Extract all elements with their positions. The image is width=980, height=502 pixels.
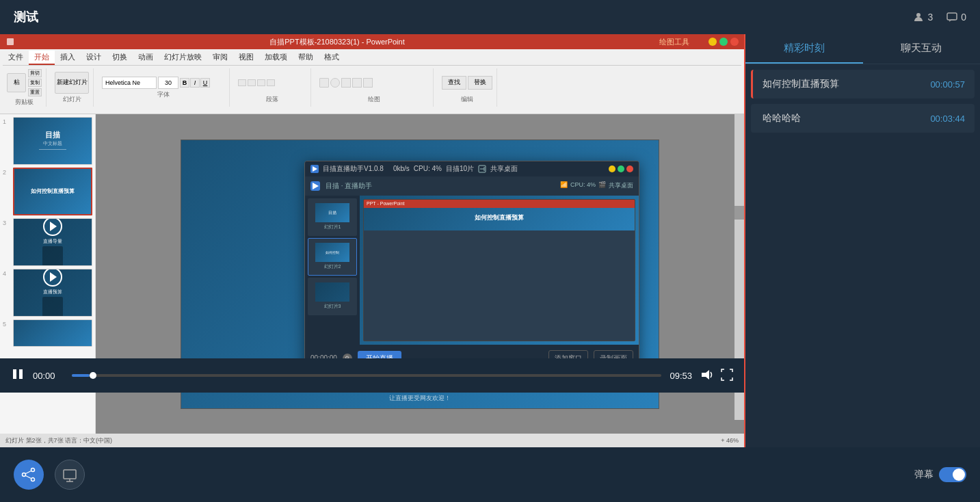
font-size-input[interactable]: 30 — [158, 77, 178, 89]
ribbon-group-slides: 新建幻灯片 幻灯片 — [51, 68, 94, 107]
bw-minimize-btn[interactable] — [609, 166, 615, 172]
paste-btn[interactable]: 粘 — [7, 73, 26, 92]
bw-maximize-btn[interactable] — [618, 166, 624, 172]
find-btn[interactable]: 查找 — [442, 76, 466, 90]
ribbon-group-clipboard: 粘 剪切 复制 重置 剪贴板 — [3, 68, 47, 107]
bw-toolbar-cpu: CPU: 4% — [570, 181, 596, 190]
player-progress-dot[interactable] — [90, 372, 96, 379]
bold-btn[interactable]: B — [180, 78, 189, 88]
ppt-window-controls — [708, 38, 739, 46]
player-progress-bar[interactable] — [72, 374, 661, 377]
bw-sidebar-slide-3[interactable]: 幻灯片3 — [308, 278, 357, 315]
play-pause-btn[interactable] — [11, 367, 25, 384]
bw-cpu: CPU: 4% — [414, 165, 442, 172]
new-slide-btn[interactable]: 新建幻灯片 — [55, 72, 89, 94]
tab-view[interactable]: 视图 — [233, 51, 259, 65]
slide-thumb-1[interactable]: 1 目描 中文标题 — [3, 117, 92, 165]
align-left-btn[interactable] — [238, 79, 246, 86]
ppt-status-bar: 幻灯片 第2张，共7张 语言：中文(中国) + 46% — [0, 434, 744, 447]
maximize-btn[interactable] — [719, 38, 728, 46]
triangle-shape[interactable] — [341, 78, 351, 88]
scroll-handle[interactable] — [734, 206, 744, 220]
close-btn[interactable] — [730, 38, 739, 46]
ribbon-group-editing: 查找 替换 编辑 — [438, 68, 497, 107]
minimize-btn[interactable] — [708, 38, 717, 46]
tab-chat[interactable]: 聊天互动 — [863, 34, 981, 64]
bw-sidebar-slide-1[interactable]: 目描 幻灯片1 — [308, 198, 357, 236]
replace-btn[interactable]: 替换 — [468, 76, 492, 90]
bw-app-name: 目描 · 直播助手 — [326, 181, 372, 191]
right-panel-tabs: 精彩时刻 聊天互动 — [745, 34, 980, 64]
player-volume-icon[interactable] — [700, 369, 713, 383]
ppt-area: 自描PPT模板-21080323(1) - PowerPoint 绘图工具 文件… — [0, 34, 744, 447]
format-painter-btn[interactable]: 重置 — [28, 88, 42, 96]
player-bar: 00:00 09:53 — [0, 358, 744, 393]
bw-toolbar: 目描 · 直播助手 📶 CPU: 4% 🎬 共享桌面 — [305, 176, 639, 196]
ribbon-tools: 粘 剪切 复制 重置 剪贴板 新建幻灯片 幻灯片 — [3, 67, 741, 108]
tab-file[interactable]: 文件 — [3, 51, 29, 65]
slide-thumb-4[interactable]: 4 直播预算 — [3, 269, 92, 317]
italic-btn[interactable]: I — [190, 78, 200, 88]
bw-app-logo-icon — [310, 181, 320, 191]
rect-shape[interactable] — [319, 78, 329, 88]
line-shape[interactable] — [363, 78, 373, 88]
bw-close-btn[interactable] — [626, 166, 633, 172]
messages-stat: 0 — [946, 12, 966, 23]
underline-btn[interactable]: U — [200, 78, 210, 88]
align-center-btn[interactable] — [248, 79, 256, 86]
ppt-ribbon: 文件 开始 插入 设计 切换 动画 幻灯片放映 审阅 视图 加载项 帮助 格式 — [0, 49, 744, 114]
svg-rect-1 — [947, 13, 957, 20]
copy-btn[interactable]: 复制 — [28, 79, 42, 87]
bw-toolbar-timelabel: 🎬 — [598, 181, 606, 190]
bw-share-label: 共享桌面 — [490, 164, 518, 174]
tab-format[interactable]: 格式 — [319, 51, 345, 65]
slides-btn[interactable] — [55, 460, 85, 490]
svg-point-0 — [916, 13, 921, 17]
ribbon-group-paragraph: 段落 — [234, 68, 311, 107]
bottom-bar: 弹幕 — [0, 447, 980, 502]
highlight-text-2: 哈哈哈哈 — [763, 112, 801, 124]
barrage-toggle-switch[interactable] — [939, 467, 966, 482]
broadcast-assistant-window[interactable]: 目描直播助手V1.0.8 0kb/s CPU: 4% 目描10片 — [304, 161, 639, 373]
tab-addins[interactable]: 加载项 — [259, 51, 293, 65]
tab-transitions[interactable]: 切换 — [107, 51, 133, 65]
barrage-label: 弹幕 — [914, 468, 933, 481]
oval-shape[interactable] — [330, 78, 340, 88]
cut-btn[interactable]: 剪切 — [28, 69, 42, 77]
player-progress-fill — [72, 374, 90, 377]
tab-slideshow[interactable]: 幻灯片放映 — [159, 51, 207, 65]
main-content: 自描PPT模板-21080323(1) - PowerPoint 绘图工具 文件… — [0, 34, 980, 447]
bw-signal: 0kb/s — [393, 165, 410, 172]
slide-thumb-2[interactable]: 2 如何控制直播预算 — [3, 168, 92, 215]
arrow-shape[interactable] — [352, 78, 362, 88]
messages-icon — [946, 12, 957, 23]
ppt-status-text: 幻灯片 第2张，共7张 语言：中文(中国) — [5, 436, 112, 445]
highlight-item-2[interactable]: 哈哈哈哈 00:03:44 — [751, 104, 975, 133]
tab-home[interactable]: 开始 — [29, 51, 55, 65]
player-current-time: 00:00 — [33, 371, 64, 381]
app-title: 测试 — [14, 9, 913, 25]
slide-thumb-5[interactable]: 5 — [3, 319, 92, 347]
bw-toolbar-share: 共享桌面 — [609, 181, 633, 190]
tab-review[interactable]: 审阅 — [207, 51, 233, 65]
users-icon — [913, 12, 924, 23]
slide-thumb-3[interactable]: 3 直播导量 — [3, 218, 92, 266]
tab-help[interactable]: 帮助 — [293, 51, 319, 65]
tab-highlights[interactable]: 精彩时刻 — [745, 34, 863, 64]
highlight-item-1[interactable]: 如何控制直播预算 00:00:57 — [751, 70, 975, 98]
barrage-toggle: 弹幕 — [914, 467, 966, 482]
tab-design[interactable]: 设计 — [81, 51, 107, 65]
bullets-btn[interactable] — [267, 79, 275, 86]
bw-sidebar-slide-2[interactable]: 如何控制 幻灯片2 — [308, 238, 357, 276]
tab-insert[interactable]: 插入 — [55, 51, 81, 65]
ppt-filename: 自描PPT模板-21080323(1) - PowerPoint — [21, 37, 654, 47]
save-icon — [5, 37, 15, 47]
messages-count: 0 — [961, 12, 966, 23]
align-right-btn[interactable] — [257, 79, 265, 86]
player-fullscreen-btn[interactable] — [721, 369, 733, 383]
tab-animations[interactable]: 动画 — [133, 51, 159, 65]
right-panel-content: 如何控制直播预算 00:00:57 哈哈哈哈 00:03:44 — [745, 64, 980, 447]
users-count: 3 — [927, 12, 933, 23]
font-name-input[interactable]: Helvetica Ne — [102, 77, 157, 89]
share-btn[interactable] — [14, 460, 44, 490]
